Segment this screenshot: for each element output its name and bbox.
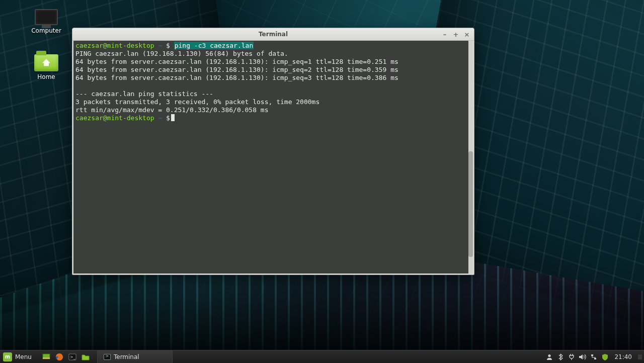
desktop-icons: Computer Home (26, 9, 66, 80)
clock-time: 21:40 (614, 353, 632, 360)
system-tray: 21:40 (544, 350, 644, 363)
terminal-scrollbar[interactable] (468, 41, 473, 274)
terminal-prompt-line: caezsar@mint-desktop ~ $ ping -c3 caezsa… (75, 42, 471, 50)
desktop-icon-computer[interactable]: Computer (26, 9, 66, 34)
desktop-icon-home[interactable]: Home (26, 54, 66, 80)
terminal-output-line: --- caezsar.lan ping statistics --- (75, 90, 471, 98)
person-icon (546, 353, 553, 360)
window-maximize-button[interactable]: + (451, 30, 461, 39)
terminal-icon (104, 354, 111, 360)
svg-text:>_: >_ (70, 355, 76, 359)
power-icon[interactable] (566, 353, 577, 360)
terminal-command: ping -c3 caezsar.lan (174, 42, 254, 49)
desktop-icon-label: Home (37, 73, 55, 80)
show-desktop-button[interactable] (40, 353, 53, 360)
prompt-path: ~ (158, 42, 162, 49)
window-title: Terminal (259, 31, 288, 38)
terminal-output-lines: PING caezsar.lan (192.168.1.130) 56(84) … (75, 50, 471, 114)
quick-launch: >_ (40, 350, 92, 363)
terminal-launcher[interactable]: >_ (66, 353, 79, 360)
svg-point-5 (548, 354, 551, 356)
terminal-cursor (171, 114, 175, 121)
terminal-output-area[interactable]: caezsar@mint-desktop ~ $ ping -c3 caezsa… (73, 41, 473, 274)
prompt-user: caezsar@mint-desktop (75, 42, 154, 49)
bluetooth-icon[interactable] (555, 353, 566, 360)
task-label: Terminal (114, 353, 139, 360)
desktop-icon-label: Computer (31, 27, 61, 34)
desktop-icon (42, 353, 50, 360)
terminal-output-line: 64 bytes from server.caezsar.lan (192.16… (75, 58, 471, 66)
firefox-launcher[interactable] (53, 353, 66, 361)
shield-icon[interactable] (599, 353, 610, 360)
volume-icon[interactable] (577, 353, 588, 360)
svg-rect-7 (594, 358, 596, 359)
home-folder-icon (34, 54, 58, 71)
terminal-output-line: PING caezsar.lan (192.168.1.130) 56(84) … (75, 50, 471, 58)
svg-rect-6 (591, 354, 593, 356)
computer-icon (35, 9, 58, 25)
terminal-output-line (75, 82, 471, 90)
folder-icon (82, 353, 90, 360)
svg-rect-1 (43, 357, 50, 359)
window-close-button[interactable]: × (462, 30, 472, 39)
terminal-prompt-line: caezsar@mint-desktop ~ $ (75, 114, 471, 122)
mint-logo-icon: m (3, 352, 12, 361)
prompt-symbol: $ (166, 42, 170, 49)
terminal-icon: >_ (68, 353, 76, 360)
taskbar-clock[interactable]: 21:40 (610, 353, 636, 360)
terminal-output-line: 64 bytes from server.caezsar.lan (192.16… (75, 74, 471, 82)
window-titlebar[interactable]: Terminal – + × (72, 28, 474, 41)
terminal-scrollbar-thumb[interactable] (468, 151, 473, 257)
taskbar: m Menu >_ Terminal (0, 350, 644, 363)
panel-edge-icon[interactable] (636, 354, 644, 359)
bluetooth-glyph-icon (557, 353, 564, 360)
window-minimize-button[interactable]: – (440, 30, 450, 39)
terminal-output-line: 64 bytes from server.caezsar.lan (192.16… (75, 66, 471, 74)
speaker-icon (579, 353, 587, 360)
files-launcher[interactable] (79, 353, 92, 360)
svg-rect-8 (638, 354, 642, 359)
menu-label: Menu (15, 353, 32, 360)
taskbar-task-terminal[interactable]: Terminal (97, 350, 173, 363)
network-icon[interactable] (588, 353, 599, 360)
terminal-window[interactable]: Terminal – + × caezsar@mint-desktop ~ $ … (72, 28, 474, 275)
plug-icon (569, 353, 575, 360)
menu-button[interactable]: m Menu (0, 350, 37, 363)
wired-network-icon (590, 353, 597, 360)
shield-glyph-icon (602, 353, 608, 360)
terminal-output-line: rtt min/avg/max/mdev = 0.251/0.332/0.386… (75, 106, 471, 114)
user-icon[interactable] (544, 353, 555, 360)
firefox-icon (55, 353, 63, 361)
terminal-output-line: 3 packets transmitted, 3 received, 0% pa… (75, 98, 471, 106)
